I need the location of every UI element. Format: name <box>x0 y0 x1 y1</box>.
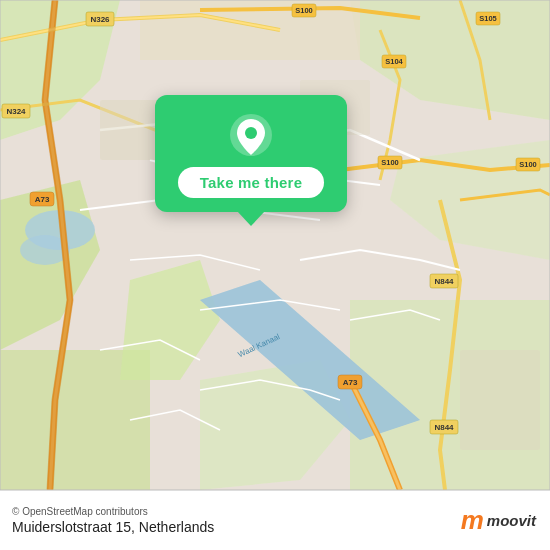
road-label-s104: S104 <box>385 57 403 66</box>
road-label-n844-bottom: N844 <box>434 423 454 432</box>
road-label-n324: N324 <box>6 107 26 116</box>
map-container: N326 N324 S100 S104 S105 S100 S100 A73 A… <box>0 0 550 490</box>
moovit-brand-name: moovit <box>487 512 536 529</box>
road-label-s100-right: S100 <box>519 160 537 169</box>
take-me-there-button[interactable]: Take me there <box>178 167 324 198</box>
moovit-logo: m moovit <box>461 505 536 536</box>
road-label-s100-mid: S100 <box>381 158 399 167</box>
road-label-a73-bottom: A73 <box>343 378 358 387</box>
road-label-s105: S105 <box>479 14 497 23</box>
road-label-s100-top: S100 <box>295 6 313 15</box>
osm-credit: © OpenStreetMap contributors <box>12 506 214 517</box>
footer-left: © OpenStreetMap contributors Muiderslots… <box>12 506 214 535</box>
moovit-m-letter: m <box>461 505 483 536</box>
road-label-n844-top: N844 <box>434 277 454 286</box>
address-text: Muiderslotstraat 15, Netherlands <box>12 519 214 535</box>
svg-point-31 <box>245 127 257 139</box>
road-label-n326: N326 <box>90 15 110 24</box>
road-label-a73-left: A73 <box>35 195 50 204</box>
footer: © OpenStreetMap contributors Muiderslots… <box>0 490 550 550</box>
location-pin-icon <box>229 113 273 157</box>
svg-rect-28 <box>460 350 540 450</box>
popup-card: Take me there <box>155 95 347 212</box>
